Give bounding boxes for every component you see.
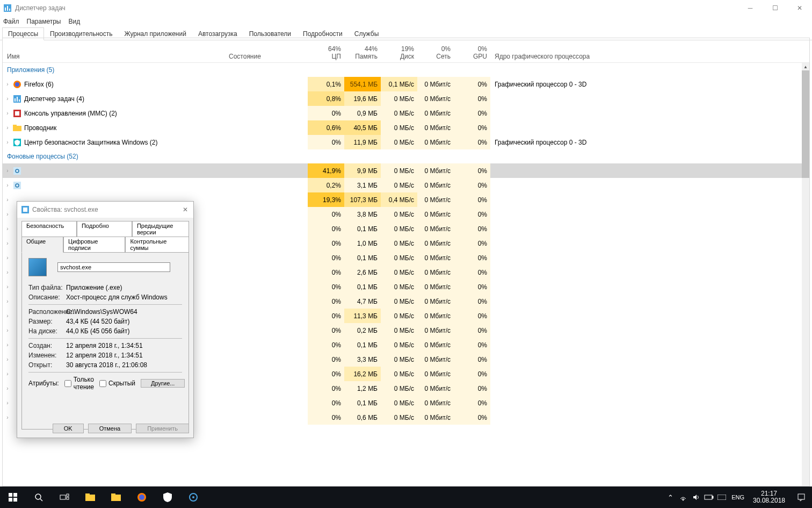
taskbar-explorer-2[interactable] (103, 486, 129, 508)
process-row[interactable]: › Firefox (6) 0,1% 554,1 МБ 0,1 МБ/с 0 М… (3, 77, 802, 91)
filename-input[interactable] (57, 262, 170, 272)
tray-language[interactable]: ENG (728, 494, 748, 500)
dlg-tab-previous[interactable]: Предыдущие версии (132, 221, 189, 237)
cell: 0 МБ/с (381, 352, 417, 367)
menubar: Файл Параметры Вид (0, 16, 812, 27)
process-row[interactable]: › 41,9% 9,9 МБ 0 МБ/с 0 Мбит/с 0% (3, 163, 802, 178)
col-gpu-engine[interactable]: Ядро графического процессора (490, 51, 809, 62)
dlg-tab-details[interactable]: Подробно (77, 221, 132, 237)
hidden-checkbox[interactable]: Скрытый (99, 380, 135, 387)
expand-icon[interactable]: › (3, 182, 12, 188)
tray-volume-icon[interactable] (690, 486, 702, 508)
titlebar: Диспетчер задач ─ ☐ ✕ (0, 0, 812, 16)
close-button[interactable]: ✕ (787, 0, 812, 16)
process-icon (12, 95, 22, 103)
tray-network-icon[interactable] (677, 486, 690, 508)
cell: 3,3 МБ (344, 352, 381, 367)
taskview-button[interactable] (52, 486, 77, 508)
expand-icon[interactable]: › (3, 342, 12, 348)
cell: 0% (454, 207, 490, 221)
col-name[interactable]: Имя (3, 51, 224, 62)
cell: 16,2 МБ (344, 367, 381, 381)
scroll-thumb[interactable] (802, 70, 809, 178)
maximize-button[interactable]: ☐ (763, 0, 787, 16)
tray-chevron-icon[interactable]: ⌃ (664, 486, 677, 508)
dlg-tab-security[interactable]: Безопасность (21, 221, 77, 237)
expand-icon[interactable]: › (3, 211, 12, 217)
expand-icon[interactable]: › (3, 400, 12, 406)
expand-icon[interactable]: › (3, 96, 12, 102)
expand-icon[interactable]: › (3, 385, 12, 391)
tray-keyboard-icon[interactable] (715, 486, 728, 508)
expand-icon[interactable]: › (3, 327, 12, 333)
expand-icon[interactable]: › (3, 269, 12, 275)
tray-clock[interactable]: 21:17 30.08.2018 (748, 490, 791, 504)
expand-icon[interactable]: › (3, 313, 12, 319)
other-attributes-button[interactable]: Другие... (141, 379, 185, 388)
col-state[interactable]: Состояние (224, 51, 308, 62)
search-button[interactable] (26, 486, 52, 508)
process-row[interactable]: › Консоль управления (MMC) (2) 0% 0,9 МБ… (3, 106, 802, 120)
expand-icon[interactable]: › (3, 226, 12, 232)
taskbar-explorer[interactable] (77, 486, 103, 508)
col-network[interactable]: 0%Сеть (417, 43, 454, 62)
process-row[interactable]: › Диспетчер задач (4) 0,8% 19,6 МБ 0 МБ/… (3, 91, 802, 106)
col-gpu[interactable]: 0%GPU (454, 43, 490, 62)
expand-icon[interactable]: › (3, 298, 12, 304)
expand-icon[interactable]: › (3, 255, 12, 261)
expand-icon[interactable]: › (3, 414, 12, 420)
exe-icon (28, 258, 47, 276)
cell: 19,3% (308, 192, 344, 207)
dlg-tab-signatures[interactable]: Цифровые подписи (63, 237, 125, 253)
cell: 0% (454, 77, 490, 91)
dialog-ok-button[interactable]: OK (53, 424, 84, 433)
minimize-button[interactable]: ─ (738, 0, 763, 16)
svg-rect-12 (13, 126, 21, 131)
process-row[interactable]: › Центр безопасности Защитника Windows (… (3, 135, 802, 149)
tray-battery-icon[interactable] (702, 486, 715, 508)
menu-file[interactable]: Файл (3, 18, 19, 25)
dialog-titlebar[interactable]: Свойства: svchost.exe ✕ (17, 202, 193, 218)
col-memory[interactable]: 44%Память (344, 43, 381, 62)
group-apps[interactable]: Приложения (5) (3, 63, 802, 77)
dlg-tab-general[interactable]: Общие (21, 237, 63, 253)
start-button[interactable] (0, 486, 26, 508)
vertical-scrollbar[interactable]: ▲ (802, 63, 809, 486)
cell: 0% (454, 265, 490, 280)
col-disk[interactable]: 19%Диск (381, 43, 417, 62)
dialog-close-button[interactable]: ✕ (180, 205, 190, 214)
expand-icon[interactable]: › (3, 110, 12, 116)
readonly-checkbox[interactable]: Только чтение (64, 376, 94, 391)
cell: 0,1 МБ (344, 338, 381, 352)
taskbar-firefox[interactable] (129, 486, 155, 508)
svg-rect-28 (67, 494, 69, 496)
scroll-up-button[interactable]: ▲ (802, 63, 809, 70)
expand-icon[interactable]: › (3, 240, 12, 246)
process-row[interactable]: › 0,2% 3,1 МБ 0 МБ/с 0 Мбит/с 0% (3, 178, 802, 192)
cell: 0 МБ/с (381, 178, 417, 192)
process-row[interactable]: › Проводник 0,6% 40,5 МБ 0 МБ/с 0 Мбит/с… (3, 120, 802, 135)
expand-icon[interactable]: › (3, 371, 12, 377)
menu-view[interactable]: Вид (68, 18, 80, 25)
expand-icon[interactable]: › (3, 125, 12, 131)
taskbar[interactable]: ⌃ ENG 21:17 30.08.2018 (0, 486, 812, 508)
taskbar-defender[interactable] (155, 486, 180, 508)
dlg-tab-checksums[interactable]: Контрольные суммы (125, 237, 189, 253)
expand-icon[interactable]: › (3, 81, 12, 87)
cell: 0 Мбит/с (417, 77, 454, 91)
expand-icon[interactable]: › (3, 356, 12, 362)
expand-icon[interactable]: › (3, 139, 12, 145)
col-cpu[interactable]: 64%ЦП (308, 43, 344, 62)
taskbar-settings[interactable] (180, 486, 206, 508)
attributes-label: Атрибуты: (28, 380, 59, 387)
group-background[interactable]: Фоновые процессы (52) (3, 149, 802, 163)
cell: 0 МБ/с (381, 294, 417, 309)
expand-icon[interactable]: › (3, 284, 12, 290)
dialog-cancel-button[interactable]: Отмена (88, 424, 132, 433)
expand-icon[interactable]: › (3, 168, 12, 174)
tray-notifications-icon[interactable] (791, 493, 812, 502)
svg-rect-40 (712, 496, 713, 498)
dialog-apply-button[interactable]: Применить (136, 424, 189, 433)
expand-icon[interactable]: › (3, 197, 12, 203)
menu-options[interactable]: Параметры (27, 18, 61, 25)
